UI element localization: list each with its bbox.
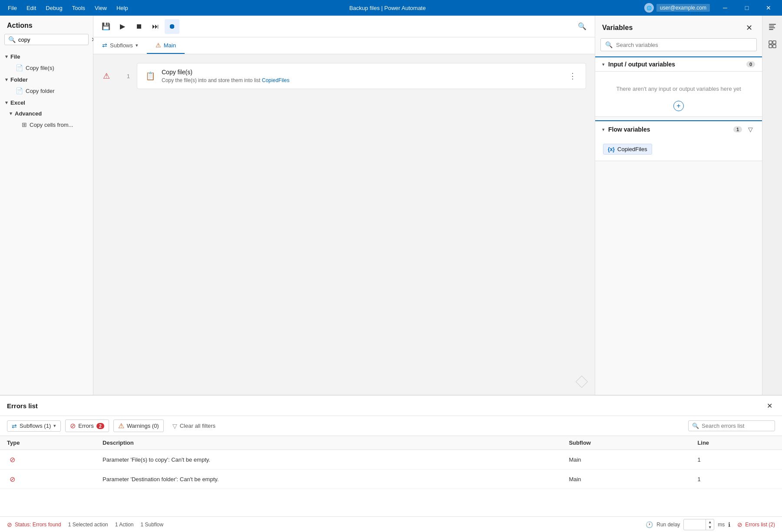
run-delay-spinners: ▲ ▼ — [706, 519, 714, 530]
step-card-copy-files[interactable]: 📋 Copy file(s) Copy the file(s) into and… — [137, 63, 586, 89]
tree-group-folder-label: Folder — [10, 76, 28, 83]
menu-debug[interactable]: Debug — [41, 3, 66, 13]
row1-subflow: Main — [562, 450, 690, 469]
errors-list-link-label: Errors list (2) — [745, 522, 775, 528]
row2-line: 1 — [690, 469, 782, 489]
variables-close-button[interactable]: ✕ — [743, 22, 755, 34]
table-row: ⊘ Parameter 'File(s) to copy': Can't be … — [0, 450, 782, 469]
row2-subflow: Main — [562, 469, 690, 489]
variables-icon — [768, 23, 777, 31]
warnings-filter-label: Warnings (0) — [127, 423, 159, 429]
row1-description: Parameter 'File(s) to copy': Can't be em… — [96, 450, 562, 469]
tree-subgroup-advanced-header[interactable]: ▾ Advanced — [0, 108, 93, 119]
stop-button[interactable]: ⏹ — [132, 19, 146, 34]
tree-group-file-label: File — [10, 53, 20, 60]
error-icon: ⊘ — [10, 475, 15, 483]
step-desc-variable: CopiedFiles — [262, 77, 289, 83]
clear-filters-icon: ▽ — [172, 423, 177, 430]
skip-button[interactable]: ⏭ — [148, 19, 163, 34]
action-count-text: 1 Action — [115, 522, 134, 528]
far-right-btn-1[interactable] — [765, 19, 780, 35]
run-delay-value[interactable]: 100 — [684, 520, 706, 529]
flow-canvas: ⚠ 1 📋 Copy file(s) Copy the file(s) into… — [93, 54, 595, 395]
subflows-icon: ⇄ — [102, 42, 107, 49]
menu-file[interactable]: File — [3, 3, 21, 13]
col-subflow: Subflow — [562, 436, 690, 450]
restore-button[interactable]: □ — [737, 0, 757, 16]
tree-group-folder-header[interactable]: ▾ Folder — [0, 74, 93, 85]
tree-item-copy-cells[interactable]: ⊞ Copy cells from... — [0, 119, 93, 130]
chevron-down-icon: ▾ — [136, 43, 138, 48]
status-text: Status: Errors found — [15, 522, 61, 528]
chevron-down-icon: ▾ — [10, 111, 12, 116]
tree-item-copy-files[interactable]: 📄 Copy file(s) — [0, 62, 93, 73]
editor-tabs: ⇄ Subflows ▾ ⚠ Main — [93, 37, 595, 54]
step-card-more-menu[interactable]: ⋮ — [567, 70, 579, 82]
record-button[interactable]: ⏺ — [165, 19, 179, 34]
save-button[interactable]: 💾 — [99, 19, 113, 34]
flow-variables-header[interactable]: ▾ Flow variables 1 ▽ — [595, 121, 762, 138]
run-delay-unit: ms — [718, 522, 725, 528]
variables-title: Variables — [602, 24, 633, 32]
subflows-filter-button[interactable]: ⇄ Subflows (1) ▾ — [7, 420, 61, 432]
warnings-filter-button[interactable]: ⚠ Warnings (0) — [113, 420, 164, 432]
tree-group-excel-header[interactable]: ▾ Excel — [0, 97, 93, 108]
account-name[interactable]: user@example.com — [656, 4, 710, 12]
svg-rect-3 — [769, 29, 773, 30]
folder-icon: 📄 — [16, 87, 23, 94]
main-area: Actions 🔍 ✕ ▾ File 📄 Copy file(s) — [0, 16, 782, 395]
tab-subflows[interactable]: ⇄ Subflows ▾ — [93, 37, 147, 54]
errors-filter-button[interactable]: ⊘ Errors 2 — [65, 420, 109, 432]
errors-table: Type Description Subflow Line ⊘ Paramete — [0, 436, 782, 516]
status-subflow-count: 1 Subflow — [140, 522, 163, 528]
variables-search-box: 🔍 — [600, 38, 757, 51]
input-output-body: There aren't any input or output variabl… — [595, 72, 762, 117]
close-button[interactable]: ✕ — [759, 0, 779, 16]
warning-tab-icon: ⚠ — [156, 42, 161, 49]
chevron-down-icon: ▾ — [5, 100, 8, 106]
errors-list-link[interactable]: ⊘ Errors list (2) — [737, 521, 775, 528]
menu-help[interactable]: Help — [112, 3, 133, 13]
row1-type: ⊘ — [0, 450, 96, 469]
clear-filters-button[interactable]: ▽ Clear all filters — [168, 421, 220, 431]
tree-item-copy-folder[interactable]: 📄 Copy folder — [0, 85, 93, 96]
svg-rect-4 — [769, 41, 772, 44]
variables-search-input[interactable] — [616, 42, 752, 48]
play-button[interactable]: ▶ — [115, 19, 130, 34]
spin-down-button[interactable]: ▼ — [706, 525, 714, 530]
far-right-btn-2[interactable] — [765, 36, 780, 52]
errors-list-link-icon: ⊘ — [737, 521, 742, 528]
run-delay-info-icon: ℹ — [728, 521, 730, 528]
status-error-icon: ⊘ — [7, 521, 12, 528]
tree-group-file-header[interactable]: ▾ File — [0, 51, 93, 62]
actions-search-box: 🔍 ✕ — [4, 34, 89, 45]
warning-filter-icon: ⚠ — [118, 422, 124, 430]
tree-subgroup-advanced-label: Advanced — [15, 110, 42, 117]
flow-variables-body: {x} CopiedFiles — [595, 138, 762, 161]
minimize-button[interactable]: ─ — [715, 0, 735, 16]
variables-panel: Variables ✕ 🔍 ▾ Input / output variables… — [595, 16, 762, 395]
svg-rect-7 — [773, 45, 776, 48]
window-controls: ─ □ ✕ — [715, 0, 782, 16]
tab-main-label: Main — [164, 42, 176, 49]
tab-main[interactable]: ⚠ Main — [147, 37, 185, 54]
clear-filters-label: Clear all filters — [180, 423, 215, 429]
spin-up-button[interactable]: ▲ — [706, 519, 714, 525]
input-output-section-header[interactable]: ▾ Input / output variables 0 — [595, 56, 762, 72]
add-variable-button[interactable]: + — [602, 101, 755, 111]
actions-search-input[interactable] — [18, 36, 91, 43]
editor-panel: 💾 ▶ ⏹ ⏭ ⏺ 🔍 ⇄ Subflows ▾ ⚠ Main — [93, 16, 595, 395]
errors-panel-close[interactable]: ✕ — [764, 400, 775, 411]
menu-tools[interactable]: Tools — [68, 3, 89, 13]
flow-variables-filter-icon[interactable]: ▽ — [746, 125, 755, 134]
chevron-down-icon: ▾ — [5, 54, 8, 59]
step-card-copy-icon: 📋 — [144, 70, 156, 82]
canvas-diamond — [576, 376, 588, 388]
step-card-title: Copy file(s) — [162, 69, 561, 76]
menu-edit[interactable]: Edit — [22, 3, 40, 13]
editor-search-button[interactable]: 🔍 — [575, 19, 590, 34]
errors-search-input[interactable] — [702, 423, 771, 429]
file-icon: 📄 — [16, 64, 23, 71]
menu-view[interactable]: View — [90, 3, 111, 13]
variable-chip-copiedfiles[interactable]: {x} CopiedFiles — [603, 144, 652, 155]
